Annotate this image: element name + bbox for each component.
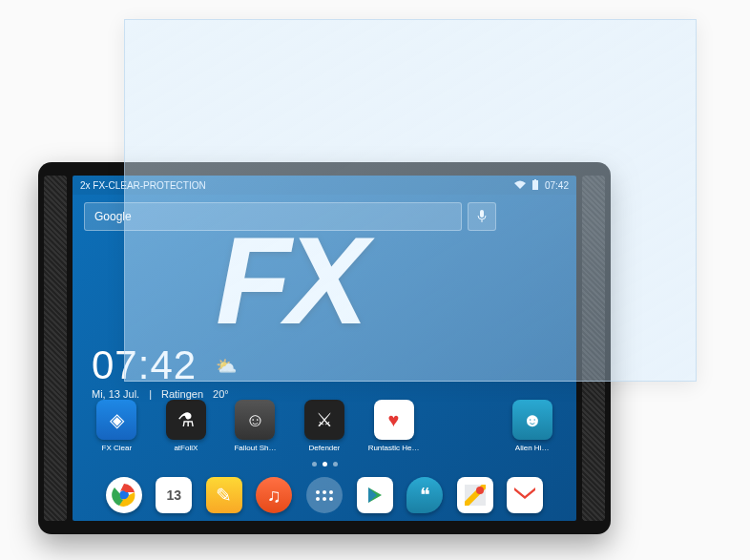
calendar-icon[interactable]: 13	[156, 477, 192, 513]
app-atfolix[interactable]: ⚗ atFoliX	[157, 400, 215, 452]
flask-icon: ⚗	[166, 400, 206, 440]
app-game[interactable]: ☻ Alien Hi…	[504, 400, 561, 452]
app-fallout[interactable]: ☺ Fallout Sh…	[226, 400, 283, 452]
maps-icon[interactable]	[457, 477, 493, 513]
defender-icon: ⚔	[304, 400, 344, 440]
app-fx-clear[interactable]: ◈ FX Clear	[88, 400, 145, 452]
dock: 13 ✎ ♫ ❝	[73, 477, 576, 513]
screen-protector-glass	[124, 19, 697, 382]
svg-point-7	[476, 487, 484, 494]
vaultboy-icon: ☺	[235, 400, 275, 440]
app-defender[interactable]: ⚔ Defender	[296, 400, 353, 452]
diamond-icon: ◈	[96, 400, 136, 440]
clock-location: Ratingen	[161, 388, 203, 400]
game-icon: ☻	[512, 400, 552, 440]
gmail-icon[interactable]	[507, 477, 543, 513]
play-music-icon[interactable]: ♫	[256, 477, 292, 513]
play-store-icon[interactable]	[357, 477, 393, 513]
svg-rect-8	[514, 487, 535, 503]
chrome-icon[interactable]	[106, 477, 142, 513]
product-image: 2x FX-CLEAR-PROTECTION 07:42 Google	[0, 0, 750, 560]
page-indicator	[73, 462, 576, 467]
speaker-grille-left	[44, 176, 67, 521]
keep-icon[interactable]: ✎	[206, 477, 242, 513]
app-runtastic[interactable]: ♥ Runtastic He…	[365, 400, 423, 452]
heart-icon: ♥	[374, 400, 414, 440]
clock-date: Mi, 13 Jul.	[92, 388, 139, 400]
hangouts-icon[interactable]: ❝	[406, 477, 443, 513]
app-drawer-button[interactable]	[306, 477, 343, 513]
clock-temp: 20°	[213, 388, 229, 400]
home-screen-apps: ◈ FX Clear ⚗ atFoliX ☺ Fallout Sh… ⚔ Def…	[73, 400, 576, 452]
